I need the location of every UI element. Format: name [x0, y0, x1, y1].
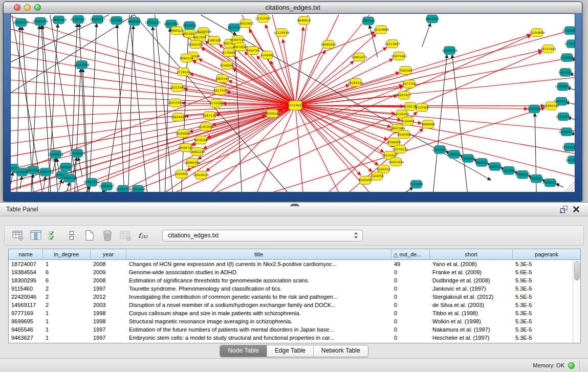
- graph-node[interactable]: 18300295: [265, 110, 280, 118]
- vertical-scrollbar[interactable]: [573, 260, 580, 343]
- cell-name[interactable]: 9777169: [9, 309, 43, 317]
- cell-in_degree[interactable]: 1: [43, 260, 91, 268]
- graph-node[interactable]: 11154808: [529, 29, 545, 37]
- graph-node[interactable]: 2718126: [177, 68, 190, 76]
- column-header-short[interactable]: short: [430, 249, 513, 259]
- table-row[interactable]: 1456911722003Disruption of a novel membe…: [9, 301, 573, 309]
- cell-name[interactable]: 18724007: [9, 260, 43, 268]
- zoom-window-icon[interactable]: [34, 4, 41, 11]
- resize-grip-icon[interactable]: [568, 185, 575, 191]
- delete-table-icon[interactable]: [119, 229, 132, 242]
- graph-node[interactable]: 2087682: [361, 17, 375, 25]
- graph-edge-black[interactable]: [11, 15, 135, 93]
- table-row[interactable]: 977716911998Corpus callosum shape and si…: [9, 309, 573, 317]
- graph-node[interactable]: 18164161: [348, 78, 364, 86]
- cell-year[interactable]: 2003: [91, 301, 126, 309]
- graph-node[interactable]: 15276021: [108, 16, 124, 25]
- graph-node[interactable]: 16640910: [321, 40, 337, 49]
- graph-node[interactable]: 16914479: [193, 171, 209, 179]
- cell-year[interactable]: 2012: [91, 293, 126, 301]
- minimize-window-icon[interactable]: [24, 4, 31, 11]
- cell-title[interactable]: Structural magnetic resonance image aver…: [126, 317, 391, 325]
- graph-edge-black[interactable]: [452, 55, 467, 192]
- column-header-out_degree[interactable]: △ out_de...: [391, 249, 430, 259]
- graph-node[interactable]: 18632810: [238, 19, 254, 28]
- column-header-name[interactable]: name: [9, 249, 43, 259]
- graph-node[interactable]: 12505135: [62, 174, 78, 182]
- cell-in_degree[interactable]: 1: [43, 309, 91, 317]
- graph-node[interactable]: 8878334: [194, 136, 208, 144]
- cell-year[interactable]: 1998: [91, 309, 126, 317]
- cell-in_degree[interactable]: 1: [43, 325, 91, 334]
- graph-node[interactable]: 16543392: [188, 40, 204, 49]
- memory-status-icon[interactable]: [568, 362, 575, 369]
- graph-node[interactable]: 10719125: [145, 18, 161, 27]
- column-header-in_degree[interactable]: in_degree: [43, 249, 91, 259]
- table-row[interactable]: 946362711997Embryonic stem cells: a mode…: [9, 334, 573, 342]
- graph-node[interactable]: 19603429: [51, 16, 67, 24]
- cell-title[interactable]: Estimation of the future numbers of pati…: [126, 325, 391, 334]
- graph-node[interactable]: 8545492: [397, 130, 411, 139]
- graph-node[interactable]: 10973493: [391, 52, 407, 60]
- tab-edge-table[interactable]: Edge Table: [267, 345, 314, 357]
- table-row[interactable]: 1938455462009Genome-wide association stu…: [9, 268, 573, 276]
- cell-in_degree[interactable]: 6: [43, 268, 91, 276]
- graph-node[interactable]: 9227343: [559, 68, 573, 76]
- graph-node[interactable]: 16154808: [373, 26, 389, 34]
- graph-edge-red[interactable]: [11, 29, 295, 105]
- column-header-title[interactable]: title: [126, 249, 391, 259]
- cell-pagerank[interactable]: 5.3E-5: [513, 260, 573, 268]
- cell-out_degree[interactable]: 0: [391, 268, 430, 276]
- graph-node[interactable]: 9860123: [170, 27, 184, 35]
- graph-edge-red[interactable]: [295, 59, 393, 105]
- graph-node[interactable]: 14982228: [189, 147, 205, 156]
- cell-short[interactable]: Wolkin et al. (1998): [430, 317, 513, 325]
- graph-node[interactable]: 9154469: [401, 117, 415, 125]
- graph-edge-black[interactable]: [90, 24, 97, 192]
- cell-year[interactable]: 1998: [91, 317, 126, 325]
- graph-edge-black[interactable]: [75, 69, 81, 192]
- cell-out_degree[interactable]: 0: [391, 276, 430, 285]
- cell-pagerank[interactable]: 5.9E-5: [513, 276, 573, 285]
- cell-short[interactable]: Tibbo et al. (1998): [430, 309, 513, 317]
- cell-out_degree[interactable]: 0: [391, 293, 430, 301]
- close-window-icon[interactable]: [14, 4, 20, 11]
- select-columns-icon[interactable]: [30, 229, 42, 242]
- graph-edge-black[interactable]: [106, 15, 132, 192]
- cell-in_degree[interactable]: 2: [43, 293, 91, 301]
- table-row[interactable]: 969969511998Structural magnetic resonanc…: [9, 317, 573, 325]
- graph-node[interactable]: 7485063: [399, 66, 412, 74]
- cell-title[interactable]: Genome-wide association studies in ADHD.: [126, 268, 391, 276]
- graph-node[interactable]: 12213967: [384, 40, 400, 48]
- cell-year[interactable]: 1997: [91, 334, 126, 342]
- select-all-icon[interactable]: [48, 229, 60, 242]
- graph-node[interactable]: 12923446: [130, 185, 146, 192]
- graph-edge-black[interactable]: [78, 157, 82, 177]
- graph-node[interactable]: 1697427: [397, 91, 411, 99]
- graph-edge-red[interactable]: [295, 27, 303, 105]
- cell-out_degree[interactable]: 0: [391, 325, 430, 334]
- resize-grip-icon[interactable]: [571, 188, 575, 191]
- cell-short[interactable]: Jankovic et al. (1997): [430, 285, 513, 293]
- graph-edge-black[interactable]: [83, 69, 89, 192]
- graph-edge-red[interactable]: [203, 105, 295, 149]
- graph-node[interactable]: 18724007: [288, 101, 303, 110]
- graph-node[interactable]: 9699695: [421, 120, 435, 128]
- cell-title[interactable]: Changes of HCN gene expression and I(f) …: [126, 260, 391, 268]
- graph-edge-red[interactable]: [11, 105, 295, 144]
- cell-year[interactable]: 2008: [91, 276, 126, 285]
- table-row[interactable]: 1830029562008Estimation of significance …: [9, 276, 573, 285]
- graph-node[interactable]: 9129966: [560, 54, 574, 62]
- graph-node[interactable]: 17957253: [83, 178, 99, 186]
- cell-name[interactable]: 9699695: [9, 317, 43, 325]
- graph-node[interactable]: 19166852: [175, 129, 191, 138]
- graph-node[interactable]: 16099489: [184, 158, 200, 166]
- cell-short[interactable]: Dudbridge et al. (2008): [430, 276, 513, 285]
- graph-node[interactable]: 8427552: [213, 86, 227, 95]
- cell-in_degree[interactable]: 1: [43, 334, 91, 342]
- graph-node[interactable]: 9245033: [488, 162, 502, 170]
- cell-pagerank[interactable]: 5.3E-5: [513, 325, 573, 334]
- scrollbar-thumb[interactable]: [574, 261, 580, 280]
- cell-short[interactable]: Yano et al. (2008): [430, 260, 513, 268]
- cell-in_degree[interactable]: 6: [43, 276, 91, 285]
